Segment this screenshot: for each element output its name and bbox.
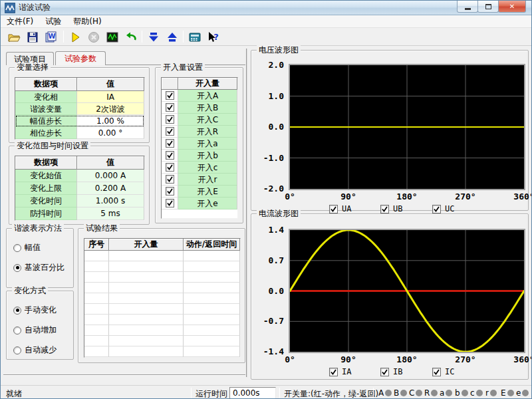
- toolbar-separator: [63, 31, 64, 43]
- status-divider: [279, 388, 280, 398]
- check-icon: [382, 369, 388, 375]
- cell-empty: [84, 261, 109, 272]
- menu-file[interactable]: 文件(F): [1, 15, 39, 29]
- save-button[interactable]: [25, 29, 41, 45]
- column-header[interactable]: 开入量: [109, 239, 184, 251]
- legend-item-UC[interactable]: UC: [432, 204, 454, 213]
- context-help-button[interactable]: ?: [205, 29, 221, 45]
- menu-test[interactable]: 试验: [39, 15, 67, 29]
- input-row[interactable]: 开入r: [162, 174, 237, 186]
- input-row[interactable]: 开入b: [162, 150, 237, 162]
- table-row[interactable]: 变化上限0.200 A: [15, 182, 144, 195]
- legend-checkbox-UC[interactable]: [432, 205, 441, 213]
- input-checkbox[interactable]: [166, 151, 174, 160]
- word-document-icon: W: [45, 31, 58, 44]
- table-row[interactable]: 变化始值0.000 A: [15, 170, 144, 182]
- input-row[interactable]: 开入A: [162, 90, 237, 102]
- cell-value[interactable]: 1.00 %: [77, 115, 144, 127]
- indicator-dot: [490, 390, 497, 396]
- legend-checkbox-UB[interactable]: [380, 205, 389, 213]
- input-checkbox[interactable]: [166, 103, 174, 112]
- export-word-button[interactable]: W: [43, 29, 59, 45]
- table-row[interactable]: 变化时间1.000 s: [15, 195, 144, 207]
- radio-option[interactable]: 基波百分比: [13, 262, 65, 273]
- legend-item-UB[interactable]: UB: [380, 204, 402, 213]
- input-row[interactable]: 开入e: [162, 198, 237, 209]
- radio-option[interactable]: 自动增加: [13, 325, 57, 336]
- table-row[interactable]: 相位步长0.00 °: [15, 127, 144, 139]
- cell-value[interactable]: IA: [77, 91, 144, 103]
- table-row[interactable]: 谐波变量2次谐波: [15, 103, 144, 115]
- input-checkbox[interactable]: [166, 187, 174, 196]
- run-test-button[interactable]: [67, 29, 83, 45]
- input-checkbox[interactable]: [166, 91, 174, 100]
- cell-value[interactable]: 5 ms: [77, 207, 144, 220]
- column-header[interactable]: [162, 78, 178, 90]
- maximize-button[interactable]: [477, 1, 499, 13]
- input-checkbox[interactable]: [166, 127, 174, 136]
- cell-value[interactable]: 1.000 s: [77, 195, 144, 207]
- legend-item-IA[interactable]: IA: [329, 367, 351, 376]
- input-checkbox[interactable]: [166, 139, 174, 148]
- cell-checkbox: [162, 162, 178, 174]
- legend-item-IB[interactable]: IB: [380, 367, 402, 376]
- step-down-button[interactable]: [146, 29, 162, 45]
- cell-value[interactable]: 0.00 °: [77, 127, 144, 139]
- test-results-group: 试验结果 序号 开入量 动作/返回时间: [78, 228, 245, 363]
- close-button[interactable]: ✕: [498, 1, 526, 13]
- radio-icon: [13, 346, 21, 354]
- minimize-button[interactable]: [457, 1, 478, 13]
- input-row[interactable]: 开入c: [162, 162, 237, 174]
- menu-help[interactable]: 帮助(H): [67, 15, 107, 29]
- result-row: [84, 272, 240, 283]
- open-file-button[interactable]: [6, 29, 22, 45]
- input-row[interactable]: 开入a: [162, 138, 237, 150]
- column-header[interactable]: 动作/返回时间: [184, 239, 240, 251]
- switch-indicator-A: A: [378, 388, 392, 398]
- input-checkbox[interactable]: [166, 163, 174, 172]
- input-checkbox[interactable]: [166, 175, 174, 184]
- step-up-button[interactable]: [164, 29, 180, 45]
- cell-checkbox: [162, 102, 178, 114]
- input-checkbox[interactable]: [166, 115, 174, 124]
- column-header[interactable]: 数据项: [15, 78, 77, 91]
- cell-value[interactable]: 2次谐波: [77, 103, 144, 115]
- radio-option[interactable]: 幅值: [13, 242, 41, 253]
- x-tick-label: 90°: [340, 192, 356, 201]
- input-row[interactable]: 开入B: [162, 102, 237, 114]
- legend-item-IC[interactable]: IC: [432, 367, 454, 376]
- input-row[interactable]: 开入C: [162, 114, 237, 126]
- legend-checkbox-IC[interactable]: [432, 368, 441, 376]
- cell-empty: [109, 293, 184, 304]
- calculator-button[interactable]: [187, 29, 203, 45]
- legend-checkbox-IB[interactable]: [380, 368, 389, 376]
- input-row[interactable]: 开入R: [162, 126, 237, 138]
- radio-dot: [16, 309, 19, 312]
- waveform-display-button[interactable]: [104, 29, 120, 45]
- stop-test-button[interactable]: [86, 29, 102, 45]
- radio-dot: [16, 266, 19, 269]
- cell-empty: [109, 325, 184, 336]
- legend-item-UA[interactable]: UA: [329, 204, 351, 213]
- table-row[interactable]: 幅值步长1.00 %: [15, 115, 144, 127]
- table-row[interactable]: 防抖时间5 ms: [15, 207, 144, 220]
- input-row[interactable]: 开入E: [162, 186, 237, 198]
- table-row[interactable]: 变化相IA: [15, 91, 144, 103]
- legend-checkbox-UA[interactable]: [329, 205, 338, 213]
- check-icon: [167, 140, 173, 146]
- indicator-dot: [431, 390, 438, 396]
- column-header[interactable]: 序号: [84, 239, 109, 251]
- cell-value[interactable]: 0.200 A: [77, 182, 144, 195]
- switch-indicator-R: R: [424, 388, 438, 398]
- column-header[interactable]: 值: [77, 156, 144, 170]
- radio-option[interactable]: 自动减少: [13, 344, 57, 356]
- legend-checkbox-IA[interactable]: [329, 368, 338, 376]
- column-header[interactable]: 开入量: [178, 78, 237, 90]
- tab-test-parameters[interactable]: 试验参数: [55, 51, 106, 65]
- input-checkbox[interactable]: [166, 199, 174, 207]
- cell-value[interactable]: 0.000 A: [77, 170, 144, 182]
- undo-button[interactable]: [123, 29, 139, 45]
- radio-option[interactable]: 手动变化: [13, 305, 57, 316]
- column-header[interactable]: 数据项: [15, 156, 77, 170]
- column-header[interactable]: 值: [77, 78, 144, 91]
